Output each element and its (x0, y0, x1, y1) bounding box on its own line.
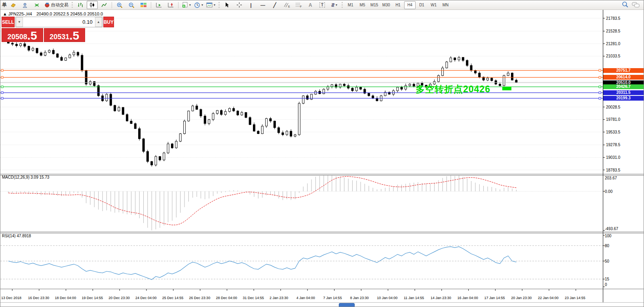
date-axis-label[interactable]: 2 Jan 23:30 (270, 296, 288, 300)
date-axis-label[interactable]: 22 Jan 04:00 (538, 296, 559, 300)
volume-increase-button[interactable]: ▲ (95, 17, 102, 27)
timeframe-w1[interactable]: W1 (428, 1, 439, 9)
chevron-down-icon: ▾ (336, 3, 337, 7)
toolbar-right (621, 1, 642, 9)
sell-price-display[interactable]: 20508 .5 (2, 28, 43, 42)
autotrade-label: 自动交易 (51, 2, 68, 8)
macd-signal-line (8, 176, 516, 225)
vertical-line-button[interactable]: | (245, 1, 256, 9)
toolbar-grip (342, 2, 343, 8)
date-axis-label[interactable]: 16 Jan 04:00 (458, 296, 478, 300)
date-axis-label[interactable]: 4 Jan 04:00 (296, 296, 315, 300)
taskbar-peek-widget[interactable] (339, 303, 355, 307)
crosshair-button[interactable] (234, 1, 245, 9)
date-axis-label[interactable]: 31 Dec 14:55 (243, 296, 264, 300)
sell-button[interactable]: SELL (2, 17, 15, 27)
date-axis-label[interactable]: 8 Jan 23:30 (350, 296, 369, 300)
toolbar-separator (112, 2, 112, 8)
sell-price-int: 20508 (8, 33, 27, 41)
toolbar-grip (72, 2, 73, 8)
timeframe-m1[interactable]: M1 (345, 1, 356, 9)
search-icon[interactable] (621, 1, 629, 9)
date-axis-label[interactable]: 28 Dec 04:00 (216, 296, 237, 300)
timeframe-m5[interactable]: M5 (357, 1, 368, 9)
date-axis-label[interactable]: 18 Dec 04:00 (55, 296, 76, 300)
date-axis-label[interactable]: 19 Dec 14:55 (82, 296, 103, 300)
trendline-button[interactable]: ╱ (269, 1, 280, 9)
horizontal-level-lines[interactable] (0, 69, 603, 99)
date-axis-label[interactable]: 16 Dec 23:30 (28, 296, 49, 300)
volume-decrease-button[interactable]: ▼ (16, 17, 23, 27)
price-axis-label: 19781.0 (606, 117, 620, 122)
panel-separator-macd[interactable] (0, 174, 644, 175)
chat-icon[interactable] (632, 2, 640, 9)
templates-button[interactable]: ▾ (205, 1, 217, 9)
price-tag[interactable]: 20311.5 (603, 90, 644, 95)
date-axis-label[interactable]: 10 Jan 04:00 (377, 296, 397, 300)
highlight-bar[interactable] (502, 87, 511, 90)
timeframe-m15[interactable]: M15 (369, 1, 380, 9)
date-axis-label[interactable]: 26 Dec 23:30 (189, 296, 211, 300)
rsi-axis-label: 15 (605, 277, 609, 281)
date-axis-label[interactable]: 17 Jan 14:55 (484, 296, 505, 300)
panel-separator-rsi[interactable] (0, 232, 644, 233)
price-axis-label: 19278.5 (606, 143, 620, 147)
date-axis-label[interactable]: 25 Dec 14:55 (162, 296, 184, 300)
price-tag[interactable]: 20426.7 (603, 84, 644, 89)
toolbar-grip (218, 2, 220, 8)
zoom-in-button[interactable] (114, 1, 125, 9)
collapse-icon[interactable]: ▲ (3, 11, 7, 16)
buy-button[interactable]: BUY (103, 17, 114, 27)
date-axis-label[interactable]: 24 Dec 04:00 (135, 296, 157, 300)
date-axis-label[interactable]: 13 Dec 2018 (1, 296, 21, 300)
timeframe-h1[interactable]: H1 (392, 1, 404, 9)
volume-input[interactable] (23, 17, 95, 27)
profile-icon[interactable] (19, 1, 30, 9)
chart-annotation-text[interactable]: 多空转折点20426 (416, 83, 490, 95)
buy-price-display[interactable]: 20531 .5 (44, 28, 85, 42)
bar-chart-button[interactable] (75, 1, 86, 9)
tile-windows-button[interactable] (138, 1, 149, 9)
horizontal-line-button[interactable]: — (257, 1, 268, 9)
line-chart-button[interactable] (99, 1, 110, 9)
sell-price-frac: .5 (27, 31, 37, 41)
menu-label[interactable]: 单 (2, 2, 7, 8)
chart-shift-button[interactable] (165, 1, 176, 9)
arrows-button[interactable]: ⇵ ▾ (329, 1, 340, 9)
price-axis-label: 21528.5 (606, 29, 620, 33)
channel-button[interactable]: E (281, 1, 292, 9)
seal-icon[interactable] (8, 1, 19, 9)
date-axis-label[interactable]: 7 Jan 14:55 (323, 296, 342, 300)
text-button[interactable]: A (305, 1, 316, 9)
candlestick-chart-button[interactable] (87, 1, 98, 9)
price-axis-label: 21783.5 (606, 16, 620, 21)
text-label-button[interactable]: T (317, 1, 328, 9)
rsi-axis-label: 0 (605, 282, 607, 287)
price-tag[interactable]: 20614.0 (603, 75, 644, 80)
price-tag[interactable]: 20751.7 (603, 68, 644, 73)
price-tag[interactable]: 20199.3 (603, 96, 644, 101)
timeframe-d1[interactable]: D1 (416, 1, 427, 9)
new-order-button[interactable]: ▾ (180, 1, 192, 9)
cursor-button[interactable] (222, 1, 233, 9)
periods-button[interactable]: ▾ (193, 1, 204, 9)
signal-icon[interactable] (31, 1, 42, 9)
fibonacci-button[interactable]: F (293, 1, 304, 9)
date-axis-label[interactable]: 20 Jan 23:30 (511, 296, 532, 300)
buy-price-int: 20531 (49, 33, 69, 41)
auto-scroll-button[interactable] (153, 1, 164, 9)
chart-bottom-border (0, 302, 644, 303)
zoom-out-button[interactable] (126, 1, 137, 9)
autotrade-button[interactable]: 自动交易 (43, 1, 70, 9)
date-axis-label[interactable]: 11 Jan 14:55 (404, 296, 424, 300)
main-gridlines (0, 18, 603, 170)
date-axis-label[interactable]: 23 Jan 14:55 (565, 296, 585, 300)
timeframe-h4[interactable]: H4 (404, 1, 416, 9)
date-axis-label[interactable]: 20 Dec 23:30 (108, 296, 130, 300)
timeframe-mn[interactable]: MN (440, 1, 451, 9)
macd-axis-label: -493.67 (605, 227, 618, 231)
toolbar: 单 自动交易 (0, 0, 644, 10)
chart-plot[interactable] (0, 0, 644, 307)
date-axis-label[interactable]: 14 Jan 23:30 (431, 296, 451, 300)
timeframe-m30[interactable]: M30 (380, 1, 392, 9)
